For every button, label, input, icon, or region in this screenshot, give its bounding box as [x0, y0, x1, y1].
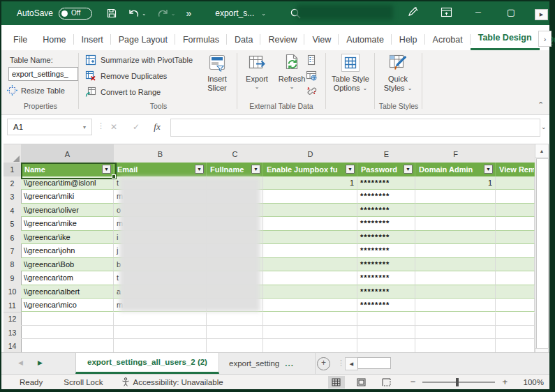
collapse-ribbon-button[interactable]: ⌃: [538, 100, 544, 110]
summarize-pivottable-button[interactable]: Summarize with PivotTable: [85, 54, 193, 66]
zoom-slider[interactable]: [422, 382, 495, 383]
tabbar-grip[interactable]: ⋮: [337, 359, 345, 368]
cell[interactable]: [496, 204, 535, 217]
insert-function-button[interactable]: fx: [148, 119, 166, 135]
column-header-g[interactable]: [496, 144, 535, 164]
page-layout-view-button[interactable]: [353, 376, 370, 389]
ribbon-tab-page-layout[interactable]: Page Layout: [111, 29, 175, 50]
ribbon-tab-overflow-button[interactable]: ›: [538, 31, 552, 47]
empty-cell[interactable]: [415, 339, 496, 352]
cell[interactable]: [415, 231, 496, 244]
cell[interactable]: \\greencar\Bob: [21, 258, 114, 271]
empty-cell[interactable]: [357, 326, 415, 339]
cell[interactable]: [496, 271, 535, 285]
name-box[interactable]: A1 ▾: [7, 119, 92, 135]
row-header-7[interactable]: 7: [3, 244, 22, 258]
cell[interactable]: ********: [357, 217, 415, 230]
empty-cell[interactable]: [207, 339, 263, 352]
cell[interactable]: \\greencar\mike: [21, 217, 114, 230]
row-header-9[interactable]: 9: [3, 271, 22, 285]
empty-cell[interactable]: [114, 326, 207, 339]
ribbon-tab-view[interactable]: View: [304, 29, 339, 50]
ribbon-tab-file[interactable]: File: [6, 29, 35, 50]
cell[interactable]: ********: [357, 258, 415, 271]
undo-chevron[interactable]: ⌄: [142, 10, 147, 17]
cell[interactable]: [415, 271, 496, 285]
cell[interactable]: [415, 299, 496, 312]
save-button[interactable]: [106, 8, 117, 19]
empty-cell[interactable]: [21, 339, 114, 352]
more-commands-button[interactable]: »: [186, 8, 191, 19]
table-header-view-rem[interactable]: View Rem: [496, 163, 535, 176]
empty-cell[interactable]: [415, 326, 496, 339]
status-accessibility[interactable]: Accessibility: Unavailable: [121, 377, 223, 386]
cell[interactable]: [415, 244, 496, 257]
cell[interactable]: [496, 285, 535, 299]
scroll-up-button[interactable]: ▲: [535, 144, 548, 158]
cell[interactable]: [496, 190, 535, 203]
horizontal-scroll-thumb[interactable]: [357, 357, 391, 369]
cell[interactable]: [496, 217, 535, 230]
cell[interactable]: ********: [357, 231, 415, 244]
cell[interactable]: [496, 244, 535, 257]
row-header-10[interactable]: 10: [3, 285, 22, 299]
row-header-2[interactable]: 2: [3, 176, 22, 190]
quick-styles-button[interactable]: Quick Styles ⌄: [377, 53, 419, 93]
cell[interactable]: ********: [357, 271, 415, 285]
row-header-11[interactable]: 11: [3, 299, 22, 312]
cell[interactable]: \\greencar\oliver: [21, 204, 114, 217]
table-header-enable-jumpbox-fu[interactable]: Enable Jumpbox fu: [263, 163, 357, 176]
cell[interactable]: \\greencar\miki: [21, 190, 114, 203]
ribbon-tab-home[interactable]: Home: [35, 29, 73, 50]
row-header-13[interactable]: 13: [3, 326, 22, 340]
zoom-in-button[interactable]: +: [502, 377, 508, 387]
undo-button[interactable]: ⌄: [128, 8, 147, 19]
cell[interactable]: [263, 190, 357, 203]
empty-cell[interactable]: [207, 312, 263, 326]
cell[interactable]: 1: [263, 176, 357, 190]
ribbon-tab-formulas[interactable]: Formulas: [175, 29, 227, 50]
ribbon-tab-review[interactable]: Review: [260, 29, 304, 50]
empty-cell[interactable]: [114, 339, 207, 352]
ribbon-tab-help[interactable]: Help: [392, 29, 425, 50]
cell[interactable]: [263, 244, 357, 257]
cell[interactable]: [263, 299, 357, 312]
table-style-options-button[interactable]: Table Style Options ⌄: [328, 53, 373, 93]
ribbon-tab-data[interactable]: Data: [227, 29, 260, 50]
row-header-14[interactable]: 14: [3, 339, 22, 352]
new-sheet-button[interactable]: +: [317, 357, 330, 370]
cell[interactable]: ********: [357, 285, 415, 299]
cell[interactable]: \\greencar\tim@islonl: [21, 176, 114, 190]
filter-button-a[interactable]: ▼: [102, 165, 111, 174]
column-header-D[interactable]: D: [263, 144, 358, 164]
expand-formula-bar-icon[interactable]: ⌄: [541, 123, 547, 130]
file-name[interactable]: export_s... ⌄: [215, 8, 266, 18]
zoom-percentage[interactable]: 100%: [516, 378, 544, 386]
cell[interactable]: [263, 285, 357, 299]
empty-cell[interactable]: [496, 339, 535, 352]
zoom-slider-thumb[interactable]: [456, 378, 459, 386]
row-header-4[interactable]: 4: [3, 204, 22, 218]
sheet-tab-active[interactable]: export_settings_all_users_2 (2): [75, 353, 219, 374]
hscroll-right-button[interactable]: ▶: [535, 9, 548, 20]
ribbon-tab-insert[interactable]: Insert: [74, 29, 111, 50]
empty-cell[interactable]: [21, 312, 114, 326]
draw-ink-button[interactable]: [404, 4, 422, 20]
cell[interactable]: [496, 231, 535, 244]
cell[interactable]: [415, 204, 496, 217]
refresh-button[interactable]: Refresh ⌄: [274, 53, 309, 90]
select-all-corner[interactable]: [3, 144, 22, 164]
table-properties-button[interactable]: [306, 54, 318, 67]
export-button[interactable]: Export ⌄: [239, 53, 274, 90]
row-header-8[interactable]: 8: [3, 258, 22, 272]
cell[interactable]: 1: [415, 176, 496, 190]
row-header-3[interactable]: 3: [3, 190, 22, 204]
cell[interactable]: [263, 204, 357, 217]
column-header-E[interactable]: E: [357, 144, 416, 164]
table-header-name[interactable]: Name: [21, 163, 114, 176]
autosave-toggle[interactable]: Off: [59, 8, 92, 20]
cell[interactable]: [415, 258, 496, 271]
filter-button-b[interactable]: ▼: [195, 165, 204, 174]
filter-button-e[interactable]: ▼: [404, 165, 413, 174]
empty-cell[interactable]: [21, 326, 114, 339]
